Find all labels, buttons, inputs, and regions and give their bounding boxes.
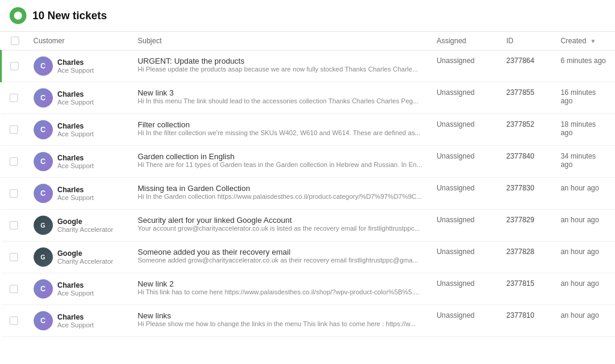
subject-preview: Hi This link has to come here https://ww… (138, 288, 422, 296)
table-header: Customer Subject Assigned ID Created ▼ (1, 32, 616, 50)
row-checkbox-cell (1, 146, 26, 178)
ticket-id-cell: 2377830 (499, 178, 553, 210)
row-checkbox-cell (1, 273, 26, 305)
ticket-id-cell: 2377810 (499, 305, 553, 337)
ticket-id-cell: 2377852 (499, 114, 553, 146)
subject-title-text: New links (138, 311, 171, 320)
created-cell: an hour ago (553, 178, 615, 210)
minus-circle-icon (13, 11, 23, 20)
avatar: C (34, 311, 53, 330)
ticket-id-cell: 2377815 (499, 273, 553, 305)
tickets-table: Customer Subject Assigned ID Created ▼ C (0, 32, 615, 337)
customer-cell: C Charles Ace Support (26, 178, 131, 210)
row-checkbox-cell (1, 305, 26, 337)
customer-org: Ace Support (58, 67, 94, 74)
subject-column-header: Subject (130, 32, 429, 50)
table-row[interactable]: G Google Charity Accelerator Security al… (1, 210, 616, 241)
avatar: C (34, 120, 53, 139)
svg-rect-1 (16, 15, 20, 16)
ticket-id-cell: 2377864 (499, 50, 553, 82)
customer-cell: C Charles Ace Support (26, 82, 131, 114)
created-cell: an hour ago (553, 305, 615, 337)
avatar: C (34, 279, 53, 299)
subject-title-text: Garden collection in English (138, 152, 234, 161)
customer-cell: C Charles Ace Support (26, 273, 131, 305)
subject-preview: Hi Please show me how to change the link… (138, 320, 422, 327)
assigned-cell: Unassigned (429, 241, 499, 273)
subject-title-text: Filter collection (138, 120, 190, 129)
customer-org: Ace Support (58, 130, 94, 138)
row-checkbox[interactable] (10, 317, 18, 325)
subject-title-text: Missing tea in Garden Collection (138, 184, 250, 193)
ticket-id-cell: 2377829 (499, 210, 553, 241)
row-checkbox[interactable] (10, 157, 18, 166)
created-cell: an hour ago (553, 273, 615, 305)
table-row[interactable]: C Charles Ace Support New link 3 Hi In t… (1, 82, 616, 114)
created-column-header[interactable]: Created ▼ (553, 32, 615, 50)
customer-name: Charles (58, 186, 94, 194)
select-all-checkbox[interactable] (11, 37, 19, 45)
table-row[interactable]: C Charles Ace Support Missing tea in Gar… (1, 178, 616, 210)
row-checkbox[interactable] (10, 62, 19, 70)
table-row[interactable]: C Charles Ace Support Garden collection … (1, 146, 616, 178)
subject-title-text: Someone added you as their recovery emai… (138, 247, 290, 256)
subject-preview: Hi Please update the products asap becau… (138, 65, 422, 73)
customer-cell: G Google Charity Accelerator (26, 241, 131, 273)
customer-org: Charity Accelerator (58, 226, 114, 233)
subject-preview: Hi In the Garden collection https://www.… (138, 193, 422, 200)
customer-cell: C Charles Ace Support (26, 305, 131, 337)
subject-cell: Someone added you as their recovery emai… (130, 241, 429, 273)
row-checkbox[interactable] (10, 189, 18, 198)
assigned-cell: Unassigned (429, 50, 499, 82)
tickets-status-icon (10, 7, 26, 24)
table-row[interactable]: G Google Charity Accelerator Someone add… (1, 241, 616, 273)
avatar: G (34, 247, 53, 267)
customer-name: Google (58, 217, 114, 226)
row-checkbox-cell (1, 178, 26, 210)
subject-preview: Your account grow@charityaccelerator.co.… (138, 225, 422, 232)
row-checkbox[interactable] (10, 285, 18, 293)
subject-preview: Someone added grow@charityaccelerator.co… (138, 256, 422, 264)
customer-name: Google (58, 249, 114, 258)
subject-cell: New links Hi Please show me how to chang… (130, 305, 429, 337)
row-checkbox[interactable] (10, 126, 18, 134)
subject-preview: Hi In this menu The link should lead to … (138, 97, 422, 105)
assigned-cell: Unassigned (429, 146, 499, 178)
created-cell: an hour ago (553, 210, 615, 241)
row-checkbox[interactable] (10, 94, 18, 102)
subject-title-text: Security alert for your linked Google Ac… (138, 216, 292, 225)
row-checkbox[interactable] (10, 253, 18, 261)
row-checkbox[interactable] (10, 221, 18, 229)
customer-org: Ace Support (58, 290, 94, 297)
assigned-cell: Unassigned (429, 305, 499, 337)
checkbox-header (1, 32, 26, 50)
table-row[interactable]: C Charles Ace Support Filter collection … (1, 114, 616, 146)
table-row[interactable]: C Charles Ace Support URGENT: Update the… (1, 50, 616, 82)
created-cell: 34 minutes ago (553, 146, 615, 178)
assigned-cell: Unassigned (429, 210, 499, 241)
customer-name: Charles (58, 313, 94, 321)
assigned-cell: Unassigned (429, 82, 499, 114)
ticket-id-cell: 2377828 (499, 241, 553, 273)
subject-cell: Garden collection in English Hi There ar… (130, 146, 429, 178)
row-checkbox-cell (1, 50, 26, 82)
created-cell: 16 minutes ago (553, 82, 615, 114)
customer-cell: G Google Charity Accelerator (26, 210, 131, 241)
subject-cell: URGENT: Update the products Hi Please up… (130, 50, 429, 82)
avatar: C (34, 56, 53, 76)
customer-cell: C Charles Ace Support (26, 114, 131, 146)
table-row[interactable]: C Charles Ace Support New links Hi Pleas… (1, 305, 616, 337)
customer-cell: C Charles Ace Support (26, 50, 131, 82)
avatar: C (34, 184, 53, 203)
customer-org: Ace Support (58, 321, 94, 329)
customer-org: Ace Support (58, 162, 94, 169)
assigned-cell: Unassigned (429, 178, 499, 210)
page-header: 10 New tickets (0, 0, 615, 32)
assigned-column-header: Assigned (429, 32, 499, 50)
subject-title-text: New link 2 (138, 279, 174, 288)
ticket-id-cell: 2377855 (499, 82, 553, 114)
customer-cell: C Charles Ace Support (26, 146, 131, 178)
customer-column-header: Customer (26, 32, 131, 50)
table-row[interactable]: C Charles Ace Support New link 2 Hi This… (1, 273, 616, 305)
id-column-header: ID (499, 32, 553, 50)
